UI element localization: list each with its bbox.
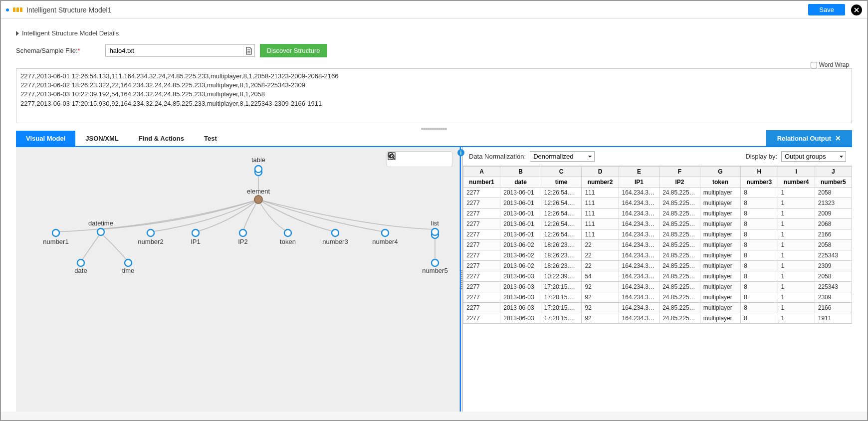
node-label-time: time: [122, 267, 135, 274]
table-cell: 111: [582, 229, 619, 240]
node-number3[interactable]: [332, 229, 339, 236]
table-cell: 2013-06-01: [500, 209, 541, 219]
table-cell: 12:26:54.133: [541, 188, 582, 198]
node-number5[interactable]: [432, 259, 438, 266]
relational-output-pane: Data Normalization: Denormalized Display…: [463, 147, 852, 412]
tab-visual-model[interactable]: Visual Model: [16, 131, 75, 146]
table-cell: 8: [741, 209, 778, 219]
column-letter[interactable]: H: [741, 167, 778, 177]
column-header[interactable]: number5: [815, 177, 852, 188]
file-picker-button[interactable]: [243, 45, 254, 56]
table-row[interactable]: 22772013-06-0218:26:23.3…22164.234.32…24…: [463, 250, 852, 261]
column-letter[interactable]: D: [582, 167, 619, 177]
column-header[interactable]: number1: [463, 177, 500, 188]
column-letter[interactable]: F: [659, 167, 700, 177]
node-datetime[interactable]: [97, 228, 104, 235]
vertical-splitter[interactable]: i: [460, 147, 463, 412]
table-cell: 17:20:15.930: [541, 313, 582, 324]
table-row[interactable]: 22772013-06-0310:22:39.19254164.234.32…2…: [463, 271, 852, 282]
table-row[interactable]: 22772013-06-0317:20:15.93092164.234.32…2…: [463, 282, 852, 292]
table-cell: 164.234.32…: [619, 219, 659, 229]
table-cell: 2277: [463, 271, 500, 282]
sample-data-textbox[interactable]: 2277,2013-06-01 12:26:54.133,111,164.234…: [16, 68, 852, 123]
table-cell: 24.85.225.2…: [659, 250, 700, 261]
close-button[interactable]: [851, 4, 862, 15]
table-row[interactable]: 22772013-06-0317:20:15.93092164.234.32…2…: [463, 303, 852, 313]
table-row[interactable]: 22772013-06-0112:26:54.133111164.234.32……: [463, 209, 852, 219]
column-letter[interactable]: A: [463, 167, 500, 177]
table-cell: 8: [741, 282, 778, 292]
svg-point-13: [382, 229, 389, 236]
table-cell: 1: [778, 219, 815, 229]
table-cell: 1: [778, 209, 815, 219]
node-token[interactable]: [284, 229, 291, 236]
table-cell: 164.234.32…: [619, 313, 659, 324]
table-row[interactable]: 22772013-06-0317:20:15.93092164.234.32…2…: [463, 292, 852, 303]
table-row[interactable]: 22772013-06-0218:26:23.3…22164.234.32…24…: [463, 240, 852, 250]
node-element[interactable]: [254, 196, 262, 204]
column-letter[interactable]: E: [619, 167, 659, 177]
table-cell: 24.85.225.2…: [659, 240, 700, 250]
discover-button[interactable]: Discover Structure: [260, 44, 327, 57]
node-ip2[interactable]: [239, 229, 246, 236]
table-cell: 2013-06-01: [500, 198, 541, 209]
column-letter[interactable]: J: [815, 167, 852, 177]
node-list[interactable]: [432, 228, 438, 238]
column-letter[interactable]: C: [541, 167, 582, 177]
column-header[interactable]: IP1: [619, 177, 659, 188]
node-number2[interactable]: [147, 229, 154, 236]
table-cell: multiplayer: [700, 261, 741, 271]
data-normalization-select[interactable]: Denormalized: [530, 151, 595, 162]
tab-json-xml[interactable]: JSON/XML: [75, 131, 128, 146]
node-label-list: list: [431, 219, 439, 227]
column-letter[interactable]: I: [778, 167, 815, 177]
table-cell: 24.85.225.2…: [659, 313, 700, 324]
node-number4[interactable]: [382, 229, 389, 236]
file-input[interactable]: [106, 45, 243, 56]
table-row[interactable]: 22772013-06-0218:26:23.3…22164.234.32…24…: [463, 261, 852, 271]
close-relational-tab-icon[interactable]: ✕: [835, 134, 841, 142]
table-cell: multiplayer: [700, 303, 741, 313]
save-button[interactable]: Save: [808, 4, 845, 15]
table-cell: 12:26:54.133: [541, 229, 582, 240]
splitter-info-badge[interactable]: i: [457, 149, 464, 156]
node-ip1[interactable]: [192, 229, 199, 236]
table-row[interactable]: 22772013-06-0317:20:15.93092164.234.32…2…: [463, 313, 852, 324]
table-row[interactable]: 22772013-06-0112:26:54.133111164.234.32……: [463, 229, 852, 240]
table-cell: 8: [741, 229, 778, 240]
column-header[interactable]: time: [541, 177, 582, 188]
column-letter[interactable]: G: [700, 167, 741, 177]
table-row[interactable]: 22772013-06-0112:26:54.133111164.234.32……: [463, 219, 852, 229]
node-number1[interactable]: [52, 229, 59, 236]
node-date[interactable]: [77, 259, 84, 266]
column-header[interactable]: number2: [582, 177, 619, 188]
column-letter[interactable]: B: [500, 167, 541, 177]
table-cell: 1911: [815, 313, 852, 324]
column-header[interactable]: number3: [741, 177, 778, 188]
visual-model-canvas[interactable]: table element number1 datetime number2 I…: [16, 147, 460, 412]
table-cell: 1: [778, 261, 815, 271]
column-header[interactable]: number4: [778, 177, 815, 188]
details-toggle[interactable]: Intelligent Structure Model Details: [16, 24, 852, 44]
table-row[interactable]: 22772013-06-0112:26:54.133111164.234.32……: [463, 198, 852, 209]
table-cell: 2013-06-01: [500, 219, 541, 229]
table-row[interactable]: 22772013-06-0112:26:54.133111164.234.32……: [463, 188, 852, 198]
table-cell: 2013-06-01: [500, 229, 541, 240]
table-cell: 1: [778, 250, 815, 261]
table-cell: 2013-06-02: [500, 250, 541, 261]
table-cell: 2013-06-02: [500, 240, 541, 250]
display-by-select[interactable]: Output groups: [781, 151, 846, 162]
node-label-ip2: IP2: [238, 238, 248, 245]
tab-find-actions[interactable]: Find & Actions: [129, 131, 194, 146]
tab-relational-output[interactable]: Relational Output ✕: [766, 130, 852, 146]
wordwrap-checkbox[interactable]: [811, 62, 817, 68]
node-time[interactable]: [125, 259, 132, 266]
column-header[interactable]: date: [500, 177, 541, 188]
tab-test[interactable]: Test: [194, 131, 227, 146]
node-table[interactable]: [255, 166, 262, 176]
column-header[interactable]: token: [700, 177, 741, 188]
table-cell: 2013-06-03: [500, 292, 541, 303]
column-header[interactable]: IP2: [659, 177, 700, 188]
table-cell: 10:22:39.192: [541, 271, 582, 282]
table-cell: 111: [582, 219, 619, 229]
